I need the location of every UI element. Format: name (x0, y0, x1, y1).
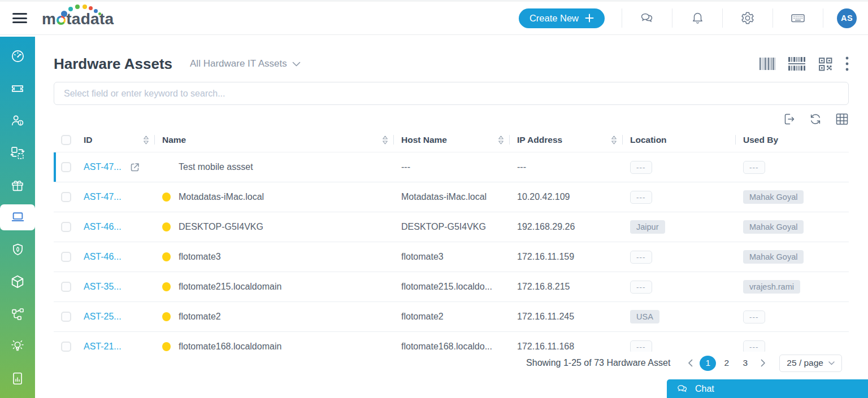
user-avatar[interactable]: AS (837, 8, 857, 28)
host-name: flotomate168.localdo... (401, 342, 517, 352)
row-checkbox[interactable] (61, 282, 71, 292)
asset-name: Motadatas-iMac.local (179, 192, 264, 202)
column-header-used-by[interactable]: Used By (743, 128, 849, 152)
sidebar-item-topology[interactable] (0, 298, 35, 330)
settings-icon[interactable] (723, 11, 772, 25)
location-tag: --- (630, 191, 652, 204)
asset-id-link[interactable]: AST-21... (84, 342, 121, 352)
table-row[interactable]: AST-35... flotomate215.localdomain floto… (54, 272, 849, 302)
sidebar-item-packages[interactable] (0, 266, 35, 298)
qr-code-icon[interactable] (818, 57, 832, 71)
column-header-location[interactable]: Location (630, 128, 743, 152)
page-title: Hardware Assets (54, 55, 172, 73)
hamburger-menu-icon[interactable] (12, 11, 27, 26)
scan-barcode-icon[interactable] (788, 57, 805, 71)
row-checkbox[interactable] (61, 192, 71, 202)
sidebar-item-reports[interactable] (0, 362, 35, 395)
row-checkbox[interactable] (61, 162, 71, 172)
row-checkbox[interactable] (61, 312, 71, 322)
table-row[interactable]: AST-25... flotomate2 flotomate2 172.16.1… (54, 302, 849, 332)
sidebar-item-knowledge[interactable] (0, 330, 35, 362)
row-checkbox[interactable] (61, 342, 71, 352)
pagination-bar: Showing 1-25 of 73 Hardware Asset 1 2 3 … (54, 352, 849, 374)
row-checkbox[interactable] (61, 222, 71, 232)
sort-icon[interactable] (382, 135, 388, 145)
sidebar-item-requests[interactable] (0, 72, 35, 104)
table-body: AST-47... Test mobile assset --- --- ---… (54, 152, 849, 352)
table-header: ID Name Host Name IP Address Location Us… (54, 128, 849, 152)
status-dot (162, 342, 171, 351)
page-number-3[interactable]: 3 (737, 356, 753, 371)
asset-id-link[interactable]: AST-47... (84, 162, 121, 172)
sort-icon[interactable] (498, 135, 504, 145)
column-grid-icon[interactable] (835, 113, 849, 125)
divider (622, 135, 623, 145)
chevron-down-icon (292, 62, 301, 67)
chat-icon[interactable] (622, 11, 672, 25)
host-name: flotomate215.localdo... (401, 282, 517, 292)
sort-icon[interactable] (143, 135, 149, 145)
location-tag: Jaipur (630, 220, 665, 234)
table-row[interactable]: AST-47... Motadatas-iMac.local Motadatas… (54, 182, 849, 212)
table-row[interactable]: AST-47... Test mobile assset --- --- ---… (54, 152, 849, 182)
divider (823, 8, 823, 28)
used-by-tag: vrajesh.rami (743, 280, 800, 294)
dashboard-icon (10, 49, 25, 64)
sidebar-item-assets[interactable] (0, 204, 35, 230)
sidebar-item-security[interactable] (0, 234, 35, 266)
column-header-name[interactable]: Name (162, 128, 401, 152)
divider (509, 135, 510, 145)
table-row[interactable]: AST-46... DESKTOP-G5I4VKG DESKTOP-G5I4VK… (54, 212, 849, 242)
column-header-ip-address[interactable]: IP Address (517, 128, 630, 152)
barcode-icon[interactable] (760, 58, 775, 70)
used-by-tag: Mahak Goyal (743, 190, 804, 204)
page-number-1[interactable]: 1 (700, 356, 716, 371)
next-page-icon[interactable] (754, 359, 771, 367)
keyboard-icon[interactable] (773, 11, 823, 25)
security-icon (10, 242, 25, 257)
chat-button[interactable]: Chat (667, 379, 868, 398)
asset-id-link[interactable]: AST-35... (84, 282, 121, 292)
open-in-new-icon[interactable] (129, 161, 141, 173)
sidebar-item-changes[interactable] (0, 137, 35, 169)
page-number-2[interactable]: 2 (718, 356, 735, 371)
host-name: DESKTOP-G5I4VKG (401, 222, 517, 232)
search-input[interactable] (54, 82, 849, 105)
refresh-icon[interactable] (809, 112, 822, 126)
create-new-button[interactable]: Create New (519, 8, 605, 28)
plus-icon (585, 14, 594, 23)
more-menu-icon[interactable] (845, 56, 849, 71)
sort-icon[interactable] (611, 135, 617, 145)
table-row[interactable]: AST-46... flotomate3 flotomate3 172.16.1… (54, 242, 849, 272)
previous-page-icon[interactable] (682, 359, 698, 367)
location-tag: USA (630, 310, 659, 323)
main-content: Hardware Assets All Hardware IT Assets (35, 37, 868, 398)
export-icon[interactable] (782, 112, 796, 126)
chevron-down-icon (828, 361, 835, 365)
asset-name: DESKTOP-G5I4VKG (179, 222, 263, 232)
view-filter-dropdown[interactable]: All Hardware IT Assets (190, 58, 301, 69)
logo-text: mtadata (42, 10, 114, 28)
table-row[interactable]: AST-21... flotomate168.localdomain floto… (54, 332, 849, 352)
asset-id-link[interactable]: AST-46... (84, 252, 121, 262)
asset-id-link[interactable]: AST-46... (84, 222, 121, 232)
location-tag: --- (630, 281, 652, 294)
notifications-icon[interactable] (672, 11, 722, 25)
ip-address: 10.20.42.109 (517, 192, 630, 202)
sidebar-item-users[interactable] (0, 104, 35, 137)
asset-id-link[interactable]: AST-47... (84, 192, 121, 202)
package-icon (10, 274, 25, 290)
page-size-select[interactable]: 25 / page (779, 355, 842, 372)
logo-dot (68, 7, 73, 11)
select-all-checkbox[interactable] (61, 135, 71, 145)
row-checkbox[interactable] (61, 252, 71, 262)
ip-address: --- (517, 162, 630, 172)
sidebar-item-dashboard[interactable] (0, 40, 35, 72)
chat-bubbles-icon (676, 384, 689, 394)
sidebar-item-releases[interactable] (0, 169, 35, 201)
asset-id-link[interactable]: AST-25... (84, 312, 121, 322)
status-dot (162, 312, 171, 321)
sidebar-nav (0, 37, 35, 398)
column-header-id[interactable]: ID (84, 128, 162, 152)
column-header-host-name[interactable]: Host Name (401, 128, 517, 152)
